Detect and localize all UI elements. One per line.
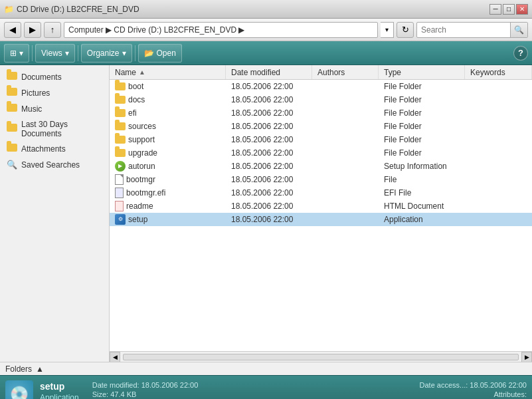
refresh-icon: ↻ xyxy=(402,25,409,35)
col-header-type[interactable]: Type xyxy=(379,65,465,79)
minimize-button[interactable]: ─ xyxy=(489,4,501,15)
sidebar-item-saved-searches[interactable]: 🔍 Saved Searches xyxy=(0,157,109,173)
sidebar-label-documents: Documents xyxy=(21,72,62,82)
h-scrollbar-track[interactable] xyxy=(123,354,519,360)
refresh-button[interactable]: ↻ xyxy=(397,22,414,38)
forward-icon: ▶ xyxy=(29,25,36,35)
up-button[interactable]: ↑ xyxy=(44,22,61,38)
file-row[interactable]: upgrade 18.05.2006 22:00 File Folder xyxy=(110,146,532,160)
file-cell-date: 18.05.2006 22:00 xyxy=(226,173,312,186)
file-cell-keywords xyxy=(465,133,532,146)
file-list: boot 18.05.2006 22:00 File Folder docs 1… xyxy=(110,80,532,351)
file-cell-keywords xyxy=(465,200,532,212)
folders-bar[interactable]: Folders ▲ xyxy=(0,362,532,375)
sidebar-item-pictures[interactable]: Pictures xyxy=(0,85,109,101)
file-row[interactable]: readme 18.05.2006 22:00 HTML Document xyxy=(110,200,532,213)
status-attributes: Attributes: xyxy=(493,390,527,398)
views-button[interactable]: Views ▾ xyxy=(35,44,75,63)
back-icon: ◀ xyxy=(9,25,16,35)
setup-icon: ⚙ xyxy=(115,214,126,225)
file-cell-authors xyxy=(312,200,379,212)
file-cell-date: 18.05.2006 22:00 xyxy=(226,213,312,225)
col-header-name[interactable]: Name ▲ xyxy=(110,65,226,79)
file-cell-date: 18.05.2006 22:00 xyxy=(226,160,312,172)
status-info: setup Application Date modified: 18.05.2… xyxy=(40,381,527,400)
organize-button[interactable]: Organize ▾ xyxy=(81,44,132,63)
status-col-left: setup Application xyxy=(40,381,79,400)
file-cell-keywords xyxy=(465,93,532,106)
file-cell-date: 18.05.2006 22:00 xyxy=(226,120,312,132)
file-cell-name: bootmgr xyxy=(110,173,226,186)
file-name: docs xyxy=(128,95,145,104)
status-date-access: Date access...: 18.05.2006 22:00 xyxy=(420,381,527,389)
file-cell-date: 18.05.2006 22:00 xyxy=(226,93,312,106)
views-arrow: ▾ xyxy=(65,49,69,58)
file-cell-type: Application xyxy=(379,213,465,225)
file-row[interactable]: efi 18.05.2006 22:00 File Folder xyxy=(110,106,532,120)
back-button[interactable]: ◀ xyxy=(4,22,21,38)
restore-button[interactable]: □ xyxy=(503,4,515,15)
sidebar-item-last30[interactable]: Last 30 Days Documents xyxy=(0,117,109,141)
file-cell-name: ⚙ setup xyxy=(110,213,226,225)
file-row[interactable]: ⚙ setup 18.05.2006 22:00 Application xyxy=(110,213,532,226)
file-cell-date: 18.05.2006 22:00 xyxy=(226,80,312,92)
col-header-authors[interactable]: Authors xyxy=(312,65,379,79)
status-date-modified: Date modified: 18.05.2006 22:00 xyxy=(92,381,406,389)
col-header-keywords[interactable]: Keywords xyxy=(465,65,532,79)
help-button[interactable]: ? xyxy=(513,46,528,61)
address-dropdown[interactable]: ▾ xyxy=(381,22,394,38)
file-row[interactable]: docs 18.05.2006 22:00 File Folder xyxy=(110,93,532,106)
folder-icon xyxy=(7,72,17,82)
sidebar-label-saved-searches: Saved Searches xyxy=(21,160,80,170)
file-row[interactable]: support 18.05.2006 22:00 File Folder xyxy=(110,133,532,146)
status-col-right: Date access...: 18.05.2006 22:00 Attribu… xyxy=(420,381,527,400)
status-icon: 💿 xyxy=(5,380,33,400)
address-path[interactable]: Computer ▶ CD Drive (D:) LB2CFRE_EN_DVD … xyxy=(64,22,378,38)
file-cell-name: docs xyxy=(110,93,226,106)
title-bar-left: 📁 CD Drive (D:) LB2CFRE_EN_DVD xyxy=(4,5,139,14)
file-cell-authors xyxy=(312,213,379,225)
status-size: Size: 47.4 KB xyxy=(92,390,406,398)
h-scroll-left[interactable]: ◀ xyxy=(110,352,120,362)
sidebar-item-music[interactable]: Music xyxy=(0,101,109,117)
status-col-middle: Date modified: 18.05.2006 22:00 Size: 47… xyxy=(92,381,406,400)
file-cell-type: File xyxy=(379,173,465,186)
file-cell-keywords xyxy=(465,146,532,159)
file-cell-type: File Folder xyxy=(379,93,465,106)
sidebar-item-documents[interactable]: Documents xyxy=(0,69,109,85)
folder-icon xyxy=(7,124,17,134)
file-cell-date: 18.05.2006 22:00 xyxy=(226,133,312,146)
layout-button[interactable]: ⊞ ▾ xyxy=(4,44,29,63)
title-bar-controls: ─ □ ✕ xyxy=(489,4,528,15)
file-cell-authors xyxy=(312,133,379,146)
file-row[interactable]: bootmgr 18.05.2006 22:00 File xyxy=(110,173,532,186)
file-cell-name: bootmgr.efi xyxy=(110,186,226,199)
h-scroll-right[interactable]: ▶ xyxy=(521,352,532,362)
sidebar-item-attachments[interactable]: Attachments xyxy=(0,141,109,157)
title-bar: 📁 CD Drive (D:) LB2CFRE_EN_DVD ─ □ ✕ xyxy=(0,0,532,19)
folder-icon xyxy=(115,136,126,144)
open-button[interactable]: 📂 Open xyxy=(138,44,182,63)
layout-icon: ⊞ xyxy=(10,49,17,58)
status-name: setup xyxy=(40,381,79,392)
file-row[interactable]: bootmgr.efi 18.05.2006 22:00 EFI File xyxy=(110,186,532,200)
views-label: Views xyxy=(41,49,62,58)
toolbar-sep-1 xyxy=(32,45,33,61)
file-row[interactable]: boot 18.05.2006 22:00 File Folder xyxy=(110,80,532,93)
column-headers: Name ▲ Date modified Authors Type Keywor… xyxy=(110,65,532,80)
file-cell-authors xyxy=(312,106,379,119)
file-row[interactable]: sources 18.05.2006 22:00 File Folder xyxy=(110,120,532,133)
file-area: Name ▲ Date modified Authors Type Keywor… xyxy=(110,65,532,362)
col-header-date[interactable]: Date modified xyxy=(226,65,312,79)
folder-icon xyxy=(115,109,126,117)
main-layout: Documents Pictures Music Last 30 Days Do… xyxy=(0,65,532,362)
search-button[interactable]: 🔍 xyxy=(510,23,527,37)
forward-button[interactable]: ▶ xyxy=(24,22,41,38)
file-cell-name: boot xyxy=(110,80,226,92)
file-row[interactable]: ▶ autorun 18.05.2006 22:00 Setup Informa… xyxy=(110,160,532,173)
file-name: efi xyxy=(128,108,137,118)
search-input[interactable] xyxy=(417,23,510,37)
file-cell-authors xyxy=(312,173,379,186)
file-cell-keywords xyxy=(465,160,532,172)
close-button[interactable]: ✕ xyxy=(516,4,528,15)
